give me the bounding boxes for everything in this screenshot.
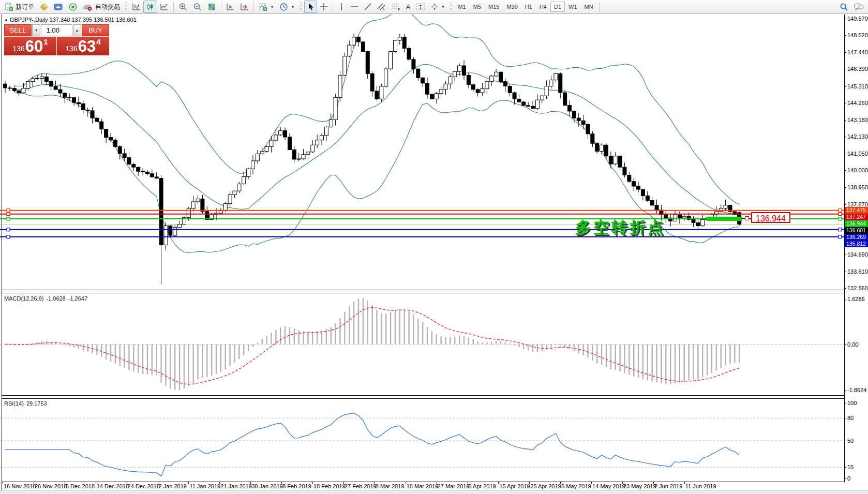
svg-text:F: F [398, 8, 400, 11]
zoom-out-button[interactable] [190, 1, 205, 13]
chart-shift-button[interactable] [237, 1, 251, 13]
candle-body [637, 186, 640, 189]
timeframe-m1[interactable]: M1 [454, 2, 469, 12]
price-axis-label: 137.870 [847, 201, 868, 207]
auto-trading-button[interactable]: 自动交易 [80, 1, 123, 13]
signals-button[interactable] [66, 1, 80, 13]
rsi-indicator-pane[interactable] [0, 398, 844, 482]
candle-body [361, 42, 365, 51]
pane-divider[interactable] [2, 290, 845, 290]
candle-body [63, 93, 67, 97]
buy-price[interactable]: 136 63 4 [57, 37, 109, 55]
fibonacci-button[interactable]: F [389, 1, 403, 13]
candle-body [549, 80, 553, 86]
timeframe-h1[interactable]: H1 [521, 2, 536, 12]
auto-scroll-button[interactable] [223, 1, 237, 13]
hline-handle[interactable] [7, 235, 10, 238]
toolbar-separator [333, 2, 333, 11]
chart-left-border [2, 14, 2, 490]
candle-body [302, 155, 305, 159]
candle-body [641, 189, 645, 196]
candle-body [471, 85, 475, 89]
timeframe-mn[interactable]: MN [581, 2, 597, 12]
price-axis-label: 134.690 [847, 251, 868, 258]
symbol-marker-icon: ▲ [4, 18, 8, 22]
pane-divider[interactable] [2, 395, 845, 396]
green-highlight-bar[interactable] [707, 217, 742, 221]
date-axis-label: 27 Mar 2019 [438, 483, 470, 489]
candle-body [618, 156, 622, 167]
arrows-dropdown-button[interactable]: ▼ [428, 1, 448, 13]
hline-handle[interactable] [7, 217, 10, 220]
periods-dropdown-button[interactable]: ▼ [277, 1, 297, 13]
timeframe-m15[interactable]: M15 [485, 2, 503, 12]
line-chart-button[interactable] [157, 1, 171, 13]
candle-body [36, 79, 39, 79]
bar-chart-button[interactable] [129, 1, 143, 13]
candle-body [416, 69, 420, 78]
candle-body [251, 161, 255, 169]
market-watch-button[interactable] [37, 1, 51, 13]
volume-down-button[interactable]: ▼ [32, 24, 40, 36]
date-axis-label: 2 Jun 2019 [654, 483, 682, 489]
hline-handle[interactable] [839, 235, 842, 238]
chat-icon[interactable] [854, 3, 864, 11]
candle-body [228, 194, 232, 203]
candle-body [324, 127, 328, 136]
candle-body [407, 48, 411, 59]
price-chart-pane[interactable] [0, 14, 844, 290]
candle-body [196, 199, 200, 202]
candle-body [100, 122, 103, 129]
candle-body [4, 84, 7, 88]
mql5-community-button[interactable] [51, 1, 66, 13]
candle-body [219, 211, 222, 213]
cursor-button[interactable] [304, 1, 317, 13]
volume-up-button[interactable]: ▲ [73, 24, 81, 36]
macd-indicator-pane[interactable] [0, 293, 844, 395]
hline-handle[interactable] [839, 213, 842, 216]
callout-handle[interactable] [745, 216, 749, 220]
fibonacci-icon: F [392, 3, 401, 11]
turning-point-annotation[interactable]: 多空转折点 [575, 217, 666, 238]
macd-axis-tickmark [844, 299, 846, 300]
new-order-button[interactable]: 新订单 [2, 1, 37, 13]
timeframe-h4[interactable]: H4 [536, 2, 550, 12]
hline-handle[interactable] [7, 228, 10, 231]
price-tag: 137.475 [845, 207, 868, 214]
sell-price[interactable]: 136 60 1 [4, 37, 56, 55]
date-axis-label: 26 Nov 2018 [35, 483, 67, 489]
zoom-in-button[interactable] [176, 1, 190, 13]
hline-handle[interactable] [839, 217, 842, 220]
candlestick-chart-button[interactable] [143, 1, 157, 13]
buy-button[interactable]: BUY [82, 24, 109, 36]
rsi-axis-tickmark [844, 418, 846, 418]
candle-body [540, 96, 544, 100]
timeframe-m30[interactable]: M30 [503, 2, 521, 12]
sell-button[interactable]: SELL [4, 24, 32, 36]
hline-handle[interactable] [839, 228, 842, 231]
crosshair-button[interactable] [317, 1, 331, 13]
macd-axis-label: 0.00 [847, 341, 858, 348]
timeframe-d1[interactable]: D1 [550, 2, 565, 12]
text-button[interactable]: A [403, 1, 413, 13]
timeframe-m5[interactable]: M5 [470, 2, 485, 12]
horizontal-line-button[interactable] [348, 1, 361, 13]
hline-handle[interactable] [7, 213, 10, 216]
hline-handle[interactable] [839, 209, 842, 212]
equidistant-channel-button[interactable]: E [375, 1, 389, 13]
trendline-button[interactable] [361, 1, 375, 13]
indicators-dropdown-button[interactable]: ▼ [256, 1, 277, 13]
dropdown-arrow-icon: ▼ [270, 5, 274, 9]
candle-body [159, 178, 163, 245]
text-label-button[interactable]: T [413, 1, 428, 13]
candle-body [141, 171, 145, 172]
search-icon[interactable] [840, 3, 848, 11]
candle-body [54, 86, 57, 89]
tile-windows-button[interactable] [205, 1, 219, 13]
vertical-line-button[interactable] [335, 1, 348, 13]
price-callout-label[interactable]: 136.944 [751, 212, 790, 223]
volume-input[interactable] [41, 24, 72, 36]
hline-handle[interactable] [7, 209, 10, 212]
candle-body [247, 169, 250, 176]
timeframe-w1[interactable]: W1 [565, 2, 581, 12]
